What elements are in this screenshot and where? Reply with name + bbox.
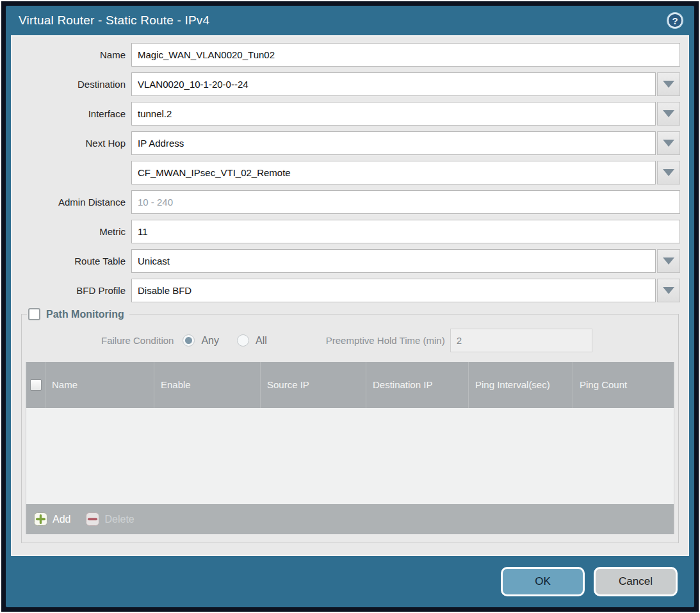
chevron-down-icon xyxy=(663,257,674,265)
path-monitoring-table-toolbar: Add Delete xyxy=(26,504,674,534)
chevron-down-icon xyxy=(663,140,674,147)
destination-input[interactable] xyxy=(131,72,656,96)
column-header-source-ip: Source IP xyxy=(261,362,366,408)
chevron-down-icon xyxy=(663,287,674,294)
column-header-name: Name xyxy=(45,362,154,408)
path-monitoring-legend: Path Monitoring xyxy=(27,308,129,320)
delete-button-label: Delete xyxy=(104,514,134,525)
interface-input[interactable] xyxy=(131,102,656,126)
next-hop-address-row xyxy=(20,161,680,184)
admin-distance-row: Admin Distance xyxy=(20,190,680,214)
chevron-down-icon xyxy=(663,110,674,117)
chevron-down-icon xyxy=(663,81,674,88)
add-button-label: Add xyxy=(53,514,70,525)
destination-label: Destination xyxy=(20,79,131,90)
failure-condition-all-label: All xyxy=(256,335,267,347)
name-label: Name xyxy=(20,49,131,60)
next-hop-address-input[interactable] xyxy=(131,161,656,184)
dialog-body: Name Destination Interface xyxy=(11,35,689,556)
route-table-row: Route Table xyxy=(20,249,680,273)
route-table-dropdown-button[interactable] xyxy=(657,249,680,273)
bfd-profile-label: BFD Profile xyxy=(20,285,131,296)
dialog-titlebar: Virtual Router - Static Route - IPv4 ? xyxy=(6,6,694,35)
next-hop-address-dropdown-button[interactable] xyxy=(657,161,680,184)
next-hop-row: Next Hop xyxy=(20,131,680,155)
path-monitoring-section: Path Monitoring Failure Condition Any Al… xyxy=(21,308,679,543)
next-hop-type-input[interactable] xyxy=(131,131,656,155)
metric-input[interactable] xyxy=(131,220,680,243)
failure-condition-all-radio[interactable] xyxy=(237,334,249,347)
screenshot-root: Virtual Router - Static Route - IPv4 ? N… xyxy=(0,0,700,613)
delete-button[interactable]: Delete xyxy=(86,512,134,526)
column-header-ping-count: Ping Count xyxy=(573,362,674,408)
select-all-checkbox[interactable] xyxy=(30,379,42,391)
path-monitoring-table-body[interactable] xyxy=(26,408,674,504)
dialog-title: Virtual Router - Static Route - IPv4 xyxy=(19,13,209,28)
bfd-profile-dropdown-button[interactable] xyxy=(657,279,680,302)
destination-dropdown-button[interactable] xyxy=(657,72,680,96)
path-monitoring-table: Name Enable Source IP Destination IP Pin… xyxy=(26,362,674,534)
bfd-profile-input[interactable] xyxy=(131,279,656,302)
destination-row: Destination xyxy=(20,72,680,96)
dialog-footer: OK Cancel xyxy=(6,556,694,607)
name-input[interactable] xyxy=(131,43,680,67)
next-hop-type-dropdown-button[interactable] xyxy=(657,131,680,155)
interface-row: Interface xyxy=(20,102,680,126)
admin-distance-input[interactable] xyxy=(131,190,680,214)
metric-row: Metric xyxy=(20,220,680,243)
name-row: Name xyxy=(20,43,680,67)
chevron-down-icon xyxy=(663,169,674,176)
preemptive-hold-time-input[interactable] xyxy=(450,329,592,352)
window-frame: Virtual Router - Static Route - IPv4 ? N… xyxy=(1,1,699,612)
static-route-dialog: Virtual Router - Static Route - IPv4 ? N… xyxy=(6,6,694,607)
next-hop-label: Next Hop xyxy=(20,138,131,149)
ok-button[interactable]: OK xyxy=(501,567,585,596)
path-monitoring-checkbox[interactable] xyxy=(28,308,40,320)
bfd-profile-row: BFD Profile xyxy=(20,279,680,302)
admin-distance-label: Admin Distance xyxy=(20,197,131,208)
column-header-destination-ip: Destination IP xyxy=(366,362,469,408)
column-header-ping-interval: Ping Interval(sec) xyxy=(469,362,573,408)
cancel-button[interactable]: Cancel xyxy=(594,567,678,596)
interface-dropdown-button[interactable] xyxy=(657,102,680,126)
path-monitoring-title: Path Monitoring xyxy=(46,309,124,320)
help-icon[interactable]: ? xyxy=(666,12,684,29)
minus-icon xyxy=(86,512,99,526)
plus-icon xyxy=(34,512,47,526)
add-button[interactable]: Add xyxy=(34,512,70,526)
failure-condition-row: Failure Condition Any All Preemptive Hol… xyxy=(26,329,674,352)
interface-label: Interface xyxy=(20,108,131,119)
failure-condition-label: Failure Condition xyxy=(101,335,174,346)
failure-condition-any-label: Any xyxy=(201,335,219,347)
metric-label: Metric xyxy=(20,226,131,237)
header-select-all-cell xyxy=(26,362,45,408)
column-header-enable: Enable xyxy=(154,362,261,408)
route-table-label: Route Table xyxy=(20,256,131,266)
path-monitoring-table-header: Name Enable Source IP Destination IP Pin… xyxy=(26,362,674,408)
question-mark-circle-icon: ? xyxy=(666,12,684,29)
svg-text:?: ? xyxy=(672,15,678,26)
route-table-input[interactable] xyxy=(131,249,656,273)
preemptive-hold-time-label: Preemptive Hold Time (min) xyxy=(326,335,445,346)
failure-condition-any-radio[interactable] xyxy=(183,334,195,347)
